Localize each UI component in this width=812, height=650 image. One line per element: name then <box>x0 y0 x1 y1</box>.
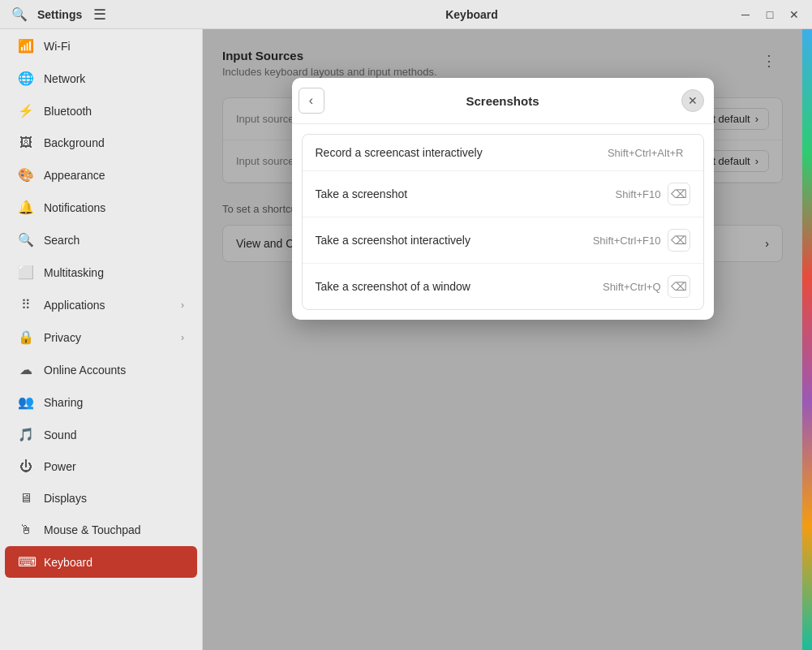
power-icon: ⏻ <box>18 459 34 474</box>
sidebar-label-multitasking: Multitasking <box>44 266 104 279</box>
content-area: Input Sources Includes keyboard layouts … <box>203 29 802 650</box>
right-color-strip <box>802 29 812 650</box>
keyboard-icon: ⌨ <box>18 554 34 570</box>
sidebar-label-wifi: Wi-Fi <box>44 40 71 53</box>
modal-row-label-1: Take a screenshot <box>316 187 616 200</box>
modal-row-0: Record a screencast interactively Shift+… <box>303 135 703 171</box>
modal-row-shortcut-1: Shift+F10 <box>615 188 660 200</box>
modal-row-2: Take a screenshot interactively Shift+Ct… <box>303 217 703 264</box>
modal-close-button[interactable]: ✕ <box>681 89 704 112</box>
sidebar-item-network[interactable]: 🌐 Network <box>5 62 197 94</box>
appearance-icon: 🎨 <box>18 167 34 183</box>
applications-icon: ⠿ <box>18 297 34 312</box>
menu-button[interactable]: ☰ <box>87 2 113 28</box>
close-button[interactable]: ✕ <box>783 3 806 26</box>
window-title: Keyboard <box>209 8 734 21</box>
sidebar-item-appearance[interactable]: 🎨 Appearance <box>5 159 197 191</box>
background-icon: 🖼 <box>18 136 34 150</box>
main-layout: 📶 Wi-Fi 🌐 Network ⚡ Bluetooth 🖼 Backgrou… <box>0 29 812 650</box>
sidebar-item-power[interactable]: ⏻ Power <box>5 451 197 482</box>
modal-back-button[interactable]: ‹ <box>299 88 324 114</box>
modal-row-1: Take a screenshot Shift+F10 ⌫ <box>303 171 703 217</box>
modal-row-shortcut-0: Shift+Ctrl+Alt+R <box>608 147 684 159</box>
wifi-icon: 📶 <box>18 38 34 54</box>
sidebar-label-power: Power <box>44 460 76 473</box>
sidebar-item-applications[interactable]: ⠿ Applications › <box>5 289 197 321</box>
search-nav-icon: 🔍 <box>18 232 34 248</box>
maximize-button[interactable]: □ <box>758 3 781 26</box>
displays-icon: 🖥 <box>18 491 34 506</box>
sidebar-label-bluetooth: Bluetooth <box>44 105 92 118</box>
applications-chevron: › <box>181 299 184 311</box>
modal-header: ‹ Screenshots ✕ <box>292 78 714 124</box>
sidebar-item-keyboard[interactable]: ⌨ Keyboard <box>5 546 197 578</box>
modal-row-3: Take a screenshot of a window Shift+Ctrl… <box>303 264 703 309</box>
sidebar-item-multitasking[interactable]: ⬜ Multitasking <box>5 256 197 288</box>
sidebar-label-online-accounts: Online Accounts <box>44 364 126 377</box>
titlebar-controls: ─ □ ✕ <box>734 3 806 26</box>
modal-row-label-2: Take a screenshot interactively <box>316 234 593 247</box>
search-icon-button[interactable]: 🔍 <box>6 2 32 28</box>
sidebar-label-search: Search <box>44 234 79 247</box>
sidebar-label-keyboard: Keyboard <box>44 556 92 569</box>
sidebar-item-online-accounts[interactable]: ☁ Online Accounts <box>5 354 197 385</box>
sidebar-label-privacy: Privacy <box>44 331 81 344</box>
sidebar-label-sound: Sound <box>44 428 76 441</box>
sidebar-label-applications: Applications <box>44 299 105 312</box>
settings-title: Settings <box>37 8 82 21</box>
sidebar-item-privacy[interactable]: 🔒 Privacy › <box>5 321 197 353</box>
minimize-button[interactable]: ─ <box>734 3 757 26</box>
sidebar-label-notifications: Notifications <box>44 201 105 214</box>
modal-body: Record a screencast interactively Shift+… <box>292 124 714 320</box>
modal-row-label-0: Record a screencast interactively <box>316 146 608 159</box>
sidebar-item-background[interactable]: 🖼 Background <box>5 127 197 158</box>
sidebar-label-appearance: Appearance <box>44 169 105 182</box>
bluetooth-icon: ⚡ <box>18 103 34 118</box>
sidebar-item-displays[interactable]: 🖥 Displays <box>5 483 197 514</box>
modal-row-label-3: Take a screenshot of a window <box>316 280 603 293</box>
sharing-icon: 👥 <box>18 394 34 410</box>
sidebar-item-search[interactable]: 🔍 Search <box>5 224 197 256</box>
modal-row-shortcut-3: Shift+Ctrl+Q <box>603 281 661 293</box>
sidebar-label-background: Background <box>44 136 105 149</box>
titlebar: 🔍 Settings ☰ Keyboard ─ □ ✕ <box>0 0 812 29</box>
modal-overlay: ‹ Screenshots ✕ Record a screencast inte… <box>203 29 802 650</box>
modal-row-shortcut-2: Shift+Ctrl+F10 <box>593 235 661 247</box>
privacy-icon: 🔒 <box>18 329 34 345</box>
screenshots-modal: ‹ Screenshots ✕ Record a screencast inte… <box>292 78 714 320</box>
sidebar-item-notifications[interactable]: 🔔 Notifications <box>5 192 197 223</box>
titlebar-left: 🔍 Settings ☰ <box>6 2 209 28</box>
privacy-chevron: › <box>181 332 184 343</box>
modal-title: Screenshots <box>324 94 681 108</box>
modal-row-del-1[interactable]: ⌫ <box>668 183 690 205</box>
network-icon: 🌐 <box>18 71 34 86</box>
sidebar-item-wifi[interactable]: 📶 Wi-Fi <box>5 30 197 62</box>
sidebar-label-mouse-touchpad: Mouse & Touchpad <box>44 523 141 536</box>
sidebar-item-bluetooth[interactable]: ⚡ Bluetooth <box>5 95 197 127</box>
sound-icon: 🎵 <box>18 427 34 442</box>
online-accounts-icon: ☁ <box>18 362 34 377</box>
multitasking-icon: ⬜ <box>18 265 34 280</box>
mouse-touchpad-icon: 🖱 <box>18 523 34 537</box>
sidebar-item-mouse-touchpad[interactable]: 🖱 Mouse & Touchpad <box>5 514 197 545</box>
modal-row-del-2[interactable]: ⌫ <box>668 229 690 252</box>
sidebar-label-network: Network <box>44 72 85 85</box>
sidebar: 📶 Wi-Fi 🌐 Network ⚡ Bluetooth 🖼 Backgrou… <box>0 29 203 650</box>
notifications-icon: 🔔 <box>18 200 34 215</box>
modal-shortcuts-table: Record a screencast interactively Shift+… <box>302 134 704 310</box>
sidebar-label-sharing: Sharing <box>44 396 83 409</box>
sidebar-item-sound[interactable]: 🎵 Sound <box>5 419 197 450</box>
sidebar-item-sharing[interactable]: 👥 Sharing <box>5 386 197 418</box>
sidebar-label-displays: Displays <box>44 492 87 505</box>
modal-row-del-3[interactable]: ⌫ <box>668 275 690 298</box>
